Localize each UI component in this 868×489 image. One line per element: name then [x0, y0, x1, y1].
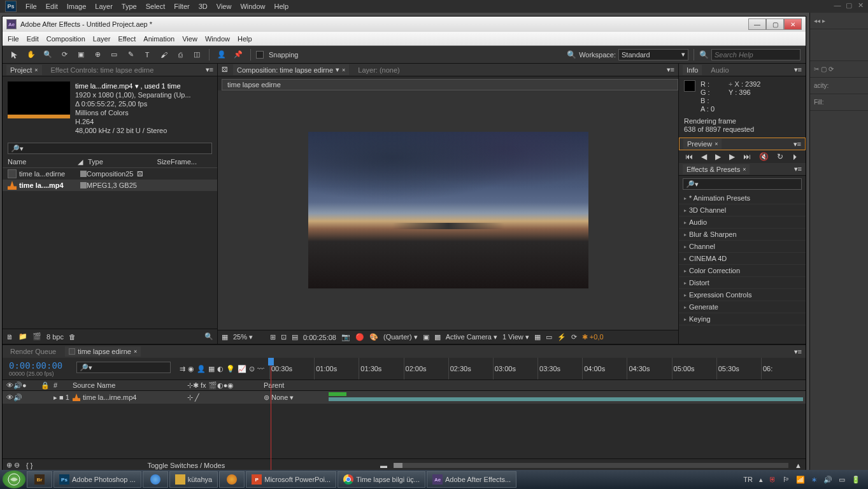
exposure-icon[interactable]: ✱ +0,0 — [582, 333, 604, 341]
tray-avira-icon[interactable]: ⛨ — [769, 476, 776, 483]
frame-blend-icon[interactable]: ▦ — [208, 365, 215, 373]
ps-menu-type[interactable]: Type — [122, 3, 137, 10]
motion-blur-icon[interactable]: ◐ — [217, 365, 224, 373]
ae-menu-edit[interactable]: Edit — [27, 35, 39, 43]
taskbar-wmp[interactable] — [219, 471, 245, 488]
ps-menu-edit[interactable]: Edit — [46, 3, 58, 10]
ae-menu-layer[interactable]: Layer — [93, 35, 111, 43]
tray-flag-icon[interactable]: 🏳 — [783, 476, 790, 483]
fx-blur-sharpen[interactable]: Blur & Sharpen — [679, 229, 806, 241]
pixel-aspect-icon[interactable]: ▭ — [546, 333, 552, 341]
graph-editor-icon[interactable]: 📈 — [238, 365, 246, 373]
ps-minimize-icon[interactable]: — — [834, 1, 841, 9]
taskbar-powerpoint[interactable]: PMicrosoft PowerPoi... — [246, 471, 336, 488]
interpret-icon[interactable]: 🗎 — [6, 333, 13, 341]
composition-subtab[interactable]: time lapse edirne — [222, 79, 678, 90]
effects-presets-tab[interactable]: Effects & Presets × — [683, 164, 750, 174]
shape-tool-icon[interactable]: ▭ — [107, 48, 121, 62]
ps-menu-select[interactable]: Select — [146, 3, 166, 10]
ram-preview-icon[interactable]: ⏵ — [792, 152, 799, 161]
project-search-input[interactable]: 🔎▾ — [8, 143, 212, 154]
draft3d-icon[interactable]: ◉ — [188, 365, 194, 373]
composition-tab[interactable]: Composition: time lapse edirne ▾ × — [233, 64, 349, 75]
search-bin-icon[interactable]: 🔍 — [204, 332, 213, 341]
taskbar-chrome[interactable]: Time lapse bilgi üç... — [338, 471, 425, 488]
zoom-in-icon[interactable]: ▲ — [795, 462, 802, 469]
current-time-box[interactable]: 0:00:00:00 00000 (25.00 fps) — [3, 358, 73, 379]
view-layout-icon[interactable]: ▦ — [534, 333, 541, 341]
first-frame-icon[interactable]: ⏮ — [685, 152, 693, 161]
ae-menu-effect[interactable]: Effect — [118, 35, 136, 43]
eraser-tool-icon[interactable]: ◫ — [190, 48, 204, 62]
audio-tab[interactable]: Audio — [707, 65, 732, 75]
workspace-dropdown[interactable]: Standard▾ — [618, 49, 688, 60]
ps-menu-filter[interactable]: Filter — [174, 3, 189, 10]
panel-menu-icon[interactable]: ▾≡ — [667, 66, 674, 74]
panel-menu-icon[interactable]: ▾≡ — [793, 140, 801, 148]
safe-zone-icon[interactable]: ⊡ — [281, 333, 287, 341]
trash-icon[interactable]: 🗑 — [69, 333, 76, 341]
render-queue-tab[interactable]: Render Queue — [6, 346, 60, 357]
pen-tool-icon[interactable]: ✎ — [124, 48, 138, 62]
timeline-ruler[interactable]: 00:30s 01:00s 01:30s 02:00s 02:30s 03:00… — [269, 358, 806, 379]
prev-frame-icon[interactable]: ◀ — [701, 152, 707, 161]
flowchart-icon[interactable]: ⚄ — [222, 66, 228, 74]
taskbar-after-effects[interactable]: AeAdobe After Effects... — [427, 471, 516, 488]
color-mgmt-icon[interactable]: 🎨 — [369, 333, 378, 341]
brainstorm-icon[interactable]: 💡 — [226, 365, 235, 373]
resolution-dropdown[interactable]: (Quarter) ▾ — [383, 333, 418, 341]
timecode-display[interactable]: 0:00:25:08 — [303, 334, 336, 341]
mute-icon[interactable]: 🔇 — [759, 152, 769, 161]
last-frame-icon[interactable]: ⏭ — [743, 152, 751, 161]
composition-viewport[interactable] — [218, 90, 678, 330]
panel-menu-icon[interactable]: ▾≡ — [794, 348, 802, 356]
zoom-tool-icon[interactable]: 🔍 — [41, 48, 55, 62]
snapshot-icon[interactable]: 📷 — [341, 333, 350, 341]
fx-keying[interactable]: Keying — [679, 313, 806, 325]
res-full-icon[interactable]: ⊞ — [270, 333, 276, 341]
close-icon[interactable]: × — [34, 67, 38, 73]
tl-expand-icon[interactable]: ⊕ ⊖ — [6, 461, 20, 469]
zoom-out-icon[interactable]: ▬ — [380, 462, 387, 469]
tray-battery-icon[interactable]: 🔋 — [851, 476, 860, 484]
toggle-switches-button[interactable]: Toggle Switches / Modes — [147, 462, 225, 469]
ae-menu-window[interactable]: Window — [205, 35, 230, 43]
ps-menu-image[interactable]: Image — [67, 3, 87, 10]
brush-tool-icon[interactable]: 🖌 — [157, 48, 171, 62]
fx-distort[interactable]: Distort — [679, 277, 806, 289]
fx-expression-controls[interactable]: Expression Controls — [679, 289, 806, 301]
layer-tab[interactable]: Layer: (none) — [354, 65, 403, 75]
close-icon[interactable]: × — [342, 67, 345, 73]
fx-channel[interactable]: Channel — [679, 241, 806, 253]
fx-animation-presets[interactable]: * Animation Presets — [679, 192, 806, 204]
tray-chevron-icon[interactable]: ▴ — [759, 476, 763, 484]
graph-icon[interactable]: 〰 — [257, 365, 264, 372]
ae-titlebar[interactable]: Ae Adobe After Effects - Untitled Projec… — [3, 17, 806, 32]
new-folder-icon[interactable]: 📁 — [18, 332, 27, 341]
project-tab[interactable]: Project× — [6, 65, 42, 75]
ps-menu-layer[interactable]: Layer — [95, 3, 113, 10]
ps-menu-file[interactable]: File — [25, 3, 37, 10]
project-row-video[interactable]: time la....mp4 MPEG 1,3 GB 25 — [3, 180, 217, 191]
fx-cinema4d[interactable]: CINEMA 4D — [679, 253, 806, 265]
ae-menu-composition[interactable]: Composition — [46, 35, 85, 43]
taskbar-bridge[interactable]: Br — [27, 471, 52, 488]
timeline-sync-icon[interactable]: ⟳ — [571, 333, 577, 341]
taskbar-explorer[interactable]: kütahya — [169, 471, 218, 488]
panel-menu-icon[interactable]: ▾≡ — [206, 66, 213, 74]
playhead[interactable] — [271, 358, 271, 475]
clone-tool-icon[interactable]: ⎙ — [173, 48, 187, 62]
bpc-button[interactable]: 8 bpc — [46, 333, 64, 341]
fx-generate[interactable]: Generate — [679, 301, 806, 313]
ps-menu-3d[interactable]: 3D — [199, 3, 208, 10]
selection-tool-icon[interactable] — [8, 48, 22, 62]
fx-color-correction[interactable]: Color Correction — [679, 265, 806, 277]
puppet-tool-icon[interactable]: 📌 — [231, 48, 245, 62]
panel-menu-icon[interactable]: ▾≡ — [794, 165, 802, 173]
project-row-composition[interactable]: time la...edirne Composition 25 ⚄ — [3, 168, 217, 180]
hand-tool-icon[interactable]: ✋ — [24, 48, 38, 62]
ps-tab-row[interactable]: ◂◂ ▸ — [810, 13, 868, 29]
ps-menu-window[interactable]: Window — [240, 3, 265, 10]
info-tab[interactable]: Info — [683, 65, 702, 75]
tray-bluetooth-icon[interactable]: ∗ — [811, 476, 817, 484]
